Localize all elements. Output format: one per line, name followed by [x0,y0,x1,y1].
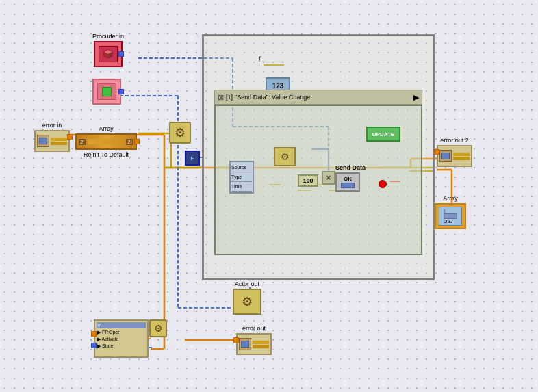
bool-false-label: F [191,155,194,161]
array-output-label: Array [443,195,458,202]
event-structure-container: ⊠ [1] "Send Data": Value Change ▶ UPDATE… [214,105,422,255]
array-reinit-box[interactable]: 2I 2I [75,133,137,150]
vi-activate: ▶ Activate [97,336,146,343]
event-header: ⊠ [1] "Send Data": Value Change ▶ [214,90,422,105]
vi-fp-open-node[interactable]: VI ▶ FP.Open ▶ Activate ▶ State [94,319,149,358]
producer-in-port-right [118,51,124,57]
send-data-container: Send Data OK [335,164,366,192]
error-out-2-icon [439,150,452,162]
error-in-box[interactable] [34,130,70,152]
update-btn-container: UPDATE [366,127,400,142]
error-out-2-screen [441,153,450,159]
cube-icon [103,49,114,60]
small-vi-node[interactable]: ⚙ [274,147,296,166]
error-out-bottom-box[interactable] [236,333,272,355]
array-display-screen [444,213,457,219]
green-square-icon [102,87,112,96]
producer-in-label: Procuder in [92,33,124,40]
update-button[interactable]: UPDATE [366,127,400,142]
reinit-label: Reinit To Default [84,151,129,158]
i-label: i [259,55,260,63]
error-out-bottom-node: error out [236,325,272,355]
prop-type: Type [231,172,252,182]
actor-out-node: Actor out ⚙ [233,280,261,315]
gear-connector-box[interactable]: ⚙ [149,319,167,337]
actor-out-gear-icon: ⚙ [242,294,253,309]
vi-state: ▶ State [97,343,146,350]
gear-connector-node[interactable]: ⚙ [149,319,167,337]
small-vi-box[interactable]: ⚙ [274,147,296,166]
error-out-2-label: error out 2 [440,137,469,144]
gear-box[interactable]: ⚙ [169,122,191,144]
event-expand-icon: ⊠ [218,93,224,102]
error-out-bottom-label: error out [242,325,266,332]
event-label: "Send Data": Value Change [235,94,310,101]
small-gear-icon: ⚙ [281,151,290,162]
const-100-container: 100 [298,174,318,187]
actor-out-box[interactable]: ⚙ [233,289,261,315]
actor-out-label: Actor out [235,280,259,287]
ok-indicator: OK [335,172,360,192]
array-i-label: I [444,209,457,213]
vi-fp-open: ▶ FP.Open [97,329,146,336]
error-screen [39,138,47,144]
array-reinit-node: Array 2I 2I Reinit To Default [75,125,137,158]
array-obj-label: OBJ [444,219,457,224]
error-out-bottom-icon [239,338,251,350]
error-out-bottom-screen [241,341,249,348]
event-index: [1] [226,94,233,101]
event-structure-body: UPDATE ⚙ Source Type Time 100 [214,105,422,255]
bool-false-node: F [185,151,200,166]
vi-title: VI [97,322,146,328]
array-num2: 2I [126,139,133,145]
array-output-node: Array I OBJ [435,195,466,229]
producer-in-inner [99,46,118,62]
array-output-display: I OBJ [439,207,462,226]
vi-fp-open-box[interactable]: VI ▶ FP.Open ▶ Activate ▶ State [94,319,149,358]
error-out-2-port [434,149,439,155]
gear-icon: ⚙ [175,125,185,140]
error-in-label: error in [42,122,62,129]
prop-box[interactable]: Source Type Time [229,161,254,194]
iter-value: 123 [272,82,284,90]
prop-time: Time [231,182,252,192]
producer-in-box[interactable] [94,41,123,67]
array-output-box[interactable]: I OBJ [435,203,466,229]
send-data-label: Send Data [335,164,366,171]
event-arrow-icon: ▶ [413,93,419,102]
multiply-node: × [322,171,335,185]
array-label: Array [99,125,114,132]
pink-node [92,79,121,105]
ok-label: OK [344,176,352,182]
array-right-port [134,139,140,144]
ok-screen [341,183,355,188]
const-100: 100 [298,174,318,187]
main-frame: i 123 ⊠ [1] "Send Data": Value Change ▶ … [202,34,435,280]
multiply-node-container: × [322,171,335,185]
stop-indicator [379,180,387,188]
pink-box[interactable] [92,79,121,105]
pink-inner [97,83,116,100]
error-out-2-node: error out 2 [437,137,472,167]
producer-in-node: Procuder in [92,33,124,67]
bool-false-box: F [185,151,200,166]
vi-port-left [91,331,97,337]
gear-connector-icon: ⚙ [154,323,163,334]
pink-port-right [118,89,124,94]
error-out-bottom-port [233,337,239,343]
prop-node[interactable]: Source Type Time [229,161,254,194]
error-in-node: error in [34,122,70,152]
error-out-2-box[interactable] [437,145,472,167]
array-num: 2I [79,139,86,145]
gear-node-left[interactable]: ⚙ [169,122,191,144]
error-in-icon [37,135,49,147]
error-in-port [67,134,73,140]
red-dot-container [379,180,387,188]
prop-source: Source [231,163,252,172]
vi-port-left2 [91,343,97,348]
